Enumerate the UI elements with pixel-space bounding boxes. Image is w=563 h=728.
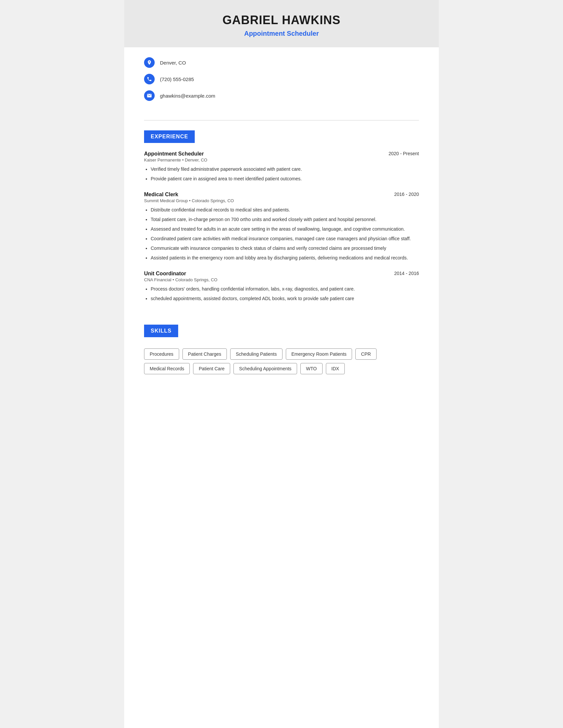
job-dates-1: 2020 - Present [389, 151, 419, 156]
skills-tags-container: ProceduresPatient ChargesScheduling Pati… [144, 348, 419, 374]
skill-tag: Scheduling Appointments [233, 363, 297, 374]
job-block-1: Appointment Scheduler 2020 - Present Kai… [144, 151, 419, 182]
experience-section: EXPERIENCE Appointment Scheduler 2020 - … [124, 127, 439, 321]
location-icon [144, 57, 155, 68]
candidate-name: GABRIEL HAWKINS [131, 13, 432, 27]
email-text: ghawkins@example.com [160, 93, 215, 99]
bullet-item: Assisted patients in the emergency room … [151, 254, 419, 261]
skill-tag: IDX [326, 363, 345, 374]
job-block-3: Unit Coordinator 2014 - 2016 CNA Financi… [144, 271, 419, 302]
job-company-1: Kaiser Permanente • Denver, CO [144, 158, 419, 162]
job-block-2: Medical Clerk 2016 - 2020 Summit Medical… [144, 192, 419, 261]
bullet-item: Process doctors' orders, handling confid… [151, 286, 419, 293]
candidate-title: Appointment Scheduler [131, 30, 432, 37]
skill-tag: WTO [301, 363, 322, 374]
phone-item: (720) 555-0285 [144, 74, 419, 84]
job-bullets-2: Distribute confidential medical records … [144, 206, 419, 261]
skill-tag: Procedures [144, 348, 179, 360]
job-header-2: Medical Clerk 2016 - 2020 [144, 192, 419, 198]
job-dates-3: 2014 - 2016 [394, 271, 419, 276]
job-header-1: Appointment Scheduler 2020 - Present [144, 151, 419, 157]
bullet-item: Distribute confidential medical records … [151, 206, 419, 213]
phone-icon [144, 74, 155, 84]
bullet-item: Total patient care, in-charge person on … [151, 216, 419, 223]
skill-tag: CPR [355, 348, 377, 360]
job-title-3: Unit Coordinator [144, 271, 186, 277]
location-item: Denver, CO [144, 57, 419, 68]
skill-tag: Patient Care [193, 363, 230, 374]
skills-section: SKILLS ProceduresPatient ChargesScheduli… [124, 321, 439, 387]
location-text: Denver, CO [160, 60, 186, 66]
phone-text: (720) 555-0285 [160, 76, 194, 82]
job-bullets-1: Verified timely filed administrative pap… [144, 166, 419, 182]
skill-tag: Patient Charges [182, 348, 227, 360]
skill-tag: Emergency Room Patients [286, 348, 352, 360]
bullet-item: Communicate with insurance companies to … [151, 245, 419, 252]
resume-header: GABRIEL HAWKINS Appointment Scheduler [124, 0, 439, 47]
job-header-3: Unit Coordinator 2014 - 2016 [144, 271, 419, 277]
bullet-item: scheduled appointments, assisted doctors… [151, 295, 419, 302]
skill-tag: Medical Records [144, 363, 190, 374]
job-company-3: CNA Financial • Colorado Springs, CO [144, 277, 419, 282]
job-dates-2: 2016 - 2020 [394, 192, 419, 197]
contact-section: Denver, CO (720) 555-0285 ghawkins@examp… [124, 47, 439, 114]
job-bullets-3: Process doctors' orders, handling confid… [144, 286, 419, 302]
bullet-item: Verified timely filed administrative pap… [151, 166, 419, 173]
email-item: ghawkins@example.com [144, 90, 419, 101]
job-title-2: Medical Clerk [144, 192, 178, 198]
skills-section-label: SKILLS [144, 325, 178, 337]
section-divider [144, 120, 419, 120]
job-title-1: Appointment Scheduler [144, 151, 204, 157]
experience-section-label: EXPERIENCE [144, 130, 195, 143]
bullet-item: Assessed and treated for adults in an ac… [151, 226, 419, 233]
bullet-item: Coordinated patient care activities with… [151, 235, 419, 242]
skill-tag: Scheduling Patients [230, 348, 283, 360]
email-icon [144, 90, 155, 101]
job-company-2: Summit Medical Group • Colorado Springs,… [144, 198, 419, 203]
bullet-item: Provide patient care in assigned area to… [151, 175, 419, 182]
resume-wrapper: GABRIEL HAWKINS Appointment Scheduler De… [124, 0, 439, 728]
